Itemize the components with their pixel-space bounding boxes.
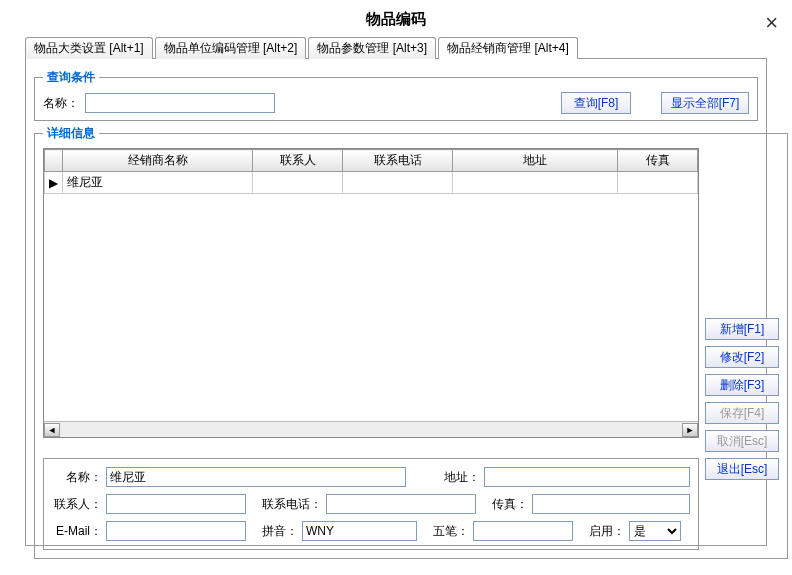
add-button[interactable]: 新增[F1] bbox=[705, 318, 779, 340]
grid-header-contact[interactable]: 联系人 bbox=[253, 150, 343, 172]
main-panel: 查询条件 名称： 查询[F8] 显示全部[F7] 详细信息 bbox=[25, 58, 767, 546]
show-all-button[interactable]: 显示全部[F7] bbox=[661, 92, 749, 114]
cell-phone[interactable] bbox=[343, 172, 453, 194]
form-fax-label: 传真： bbox=[492, 496, 528, 513]
tab-category[interactable]: 物品大类设置 [Alt+1] bbox=[25, 37, 153, 59]
exit-button[interactable]: 退出[Esc] bbox=[705, 458, 779, 480]
cell-name[interactable]: 维尼亚 bbox=[63, 172, 253, 194]
form-enable-label: 启用： bbox=[589, 523, 625, 540]
form-pinyin-input[interactable] bbox=[302, 521, 417, 541]
tab-distributor[interactable]: 物品经销商管理 [Alt+4] bbox=[438, 37, 578, 59]
cell-contact[interactable] bbox=[253, 172, 343, 194]
form-name-input[interactable] bbox=[106, 467, 406, 487]
form-enable-select[interactable]: 是 否 bbox=[629, 521, 681, 541]
window-title: 物品编码 bbox=[0, 0, 792, 37]
grid-header-name[interactable]: 经销商名称 bbox=[63, 150, 253, 172]
grid-header-phone[interactable]: 联系电话 bbox=[343, 150, 453, 172]
form-addr-input[interactable] bbox=[484, 467, 690, 487]
query-fieldset: 查询条件 名称： 查询[F8] 显示全部[F7] bbox=[34, 69, 758, 121]
tab-param[interactable]: 物品参数管理 [Alt+3] bbox=[308, 37, 436, 59]
table-row[interactable]: ▶ 维尼亚 bbox=[45, 172, 698, 194]
close-icon[interactable]: × bbox=[765, 12, 778, 34]
form-fax-input[interactable] bbox=[532, 494, 690, 514]
scroll-right-icon[interactable]: ► bbox=[682, 423, 698, 437]
cell-addr[interactable] bbox=[453, 172, 618, 194]
query-name-label: 名称： bbox=[43, 95, 79, 112]
form-phone-input[interactable] bbox=[326, 494, 476, 514]
form-pinyin-label: 拼音： bbox=[262, 523, 298, 540]
tab-unit[interactable]: 物品单位编码管理 [Alt+2] bbox=[155, 37, 307, 59]
grid-header-row: 经销商名称 联系人 联系电话 地址 传真 bbox=[45, 150, 698, 172]
form-wubi-input[interactable] bbox=[473, 521, 573, 541]
delete-button[interactable]: 删除[F3] bbox=[705, 374, 779, 396]
query-legend: 查询条件 bbox=[43, 69, 99, 86]
form-addr-label: 地址： bbox=[440, 469, 480, 486]
grid-header-fax[interactable]: 传真 bbox=[618, 150, 698, 172]
form-contact-input[interactable] bbox=[106, 494, 246, 514]
form-email-label: E-Mail： bbox=[52, 523, 102, 540]
form-name-label: 名称： bbox=[52, 469, 102, 486]
edit-form: 名称： 地址： 联系人： 联系电话： 传真： bbox=[43, 458, 699, 550]
form-wubi-label: 五笔： bbox=[433, 523, 469, 540]
tab-bar: 物品大类设置 [Alt+1] 物品单位编码管理 [Alt+2] 物品参数管理 [… bbox=[25, 37, 767, 59]
form-phone-label: 联系电话： bbox=[262, 496, 322, 513]
search-button[interactable]: 查询[F8] bbox=[561, 92, 631, 114]
scroll-left-icon[interactable]: ◄ bbox=[44, 423, 60, 437]
row-marker-icon: ▶ bbox=[45, 172, 63, 194]
edit-button[interactable]: 修改[F2] bbox=[705, 346, 779, 368]
grid-header-marker bbox=[45, 150, 63, 172]
form-contact-label: 联系人： bbox=[52, 496, 102, 513]
grid-header-addr[interactable]: 地址 bbox=[453, 150, 618, 172]
detail-fieldset: 详细信息 经销商名称 联系人 联系电话 地址 bbox=[34, 125, 788, 559]
data-grid[interactable]: 经销商名称 联系人 联系电话 地址 传真 ▶ 维尼亚 bbox=[43, 148, 699, 438]
form-email-input[interactable] bbox=[106, 521, 246, 541]
horizontal-scrollbar[interactable]: ◄ ► bbox=[44, 421, 698, 437]
cell-fax[interactable] bbox=[618, 172, 698, 194]
save-button[interactable]: 保存[F4] bbox=[705, 402, 779, 424]
query-name-input[interactable] bbox=[85, 93, 275, 113]
detail-legend: 详细信息 bbox=[43, 125, 99, 142]
cancel-button[interactable]: 取消[Esc] bbox=[705, 430, 779, 452]
side-button-group: 新增[F1] 修改[F2] 删除[F3] 保存[F4] 取消[Esc] bbox=[705, 148, 779, 452]
